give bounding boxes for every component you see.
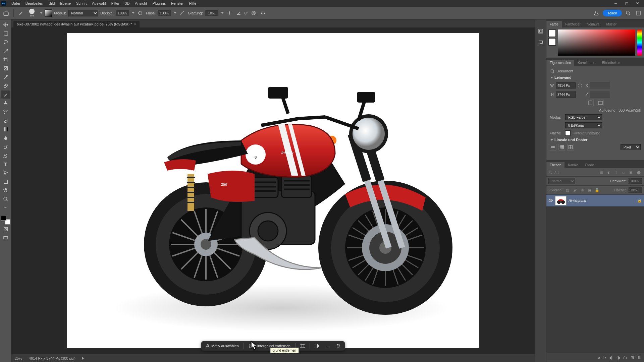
brush-tool[interactable]: [1, 90, 10, 99]
crop-tool[interactable]: [1, 56, 10, 64]
pressure-size-icon[interactable]: [250, 9, 257, 17]
menu-datei[interactable]: Datei: [9, 0, 23, 6]
lock-transparency-icon[interactable]: ▨: [565, 188, 570, 192]
pressure-opacity-icon[interactable]: [137, 9, 144, 17]
height-input[interactable]: [556, 92, 576, 98]
layer-blend-select[interactable]: Normal: [548, 178, 575, 184]
quick-mask-icon[interactable]: [1, 225, 10, 233]
filter-smart-icon[interactable]: ▣: [628, 170, 634, 175]
tab-properties[interactable]: Eigenschaften: [546, 60, 574, 66]
filter-type-icon[interactable]: T: [613, 170, 619, 175]
background-swatch[interactable]: [548, 38, 556, 46]
path-tool[interactable]: [1, 169, 10, 177]
lock-icon[interactable]: 🔒: [637, 198, 642, 203]
foreground-swatch[interactable]: [548, 29, 556, 37]
lock-pixels-icon[interactable]: 🖌: [573, 188, 577, 192]
beaker-icon[interactable]: [593, 9, 600, 17]
document-tab[interactable]: bike-3073082 nattapol deejitwasin auf Pi…: [13, 21, 140, 27]
flow-input[interactable]: [158, 10, 171, 16]
zoom-level[interactable]: 25%: [15, 356, 22, 360]
adjustment-icon[interactable]: [313, 343, 321, 349]
tab-layers[interactable]: Ebenen: [546, 162, 565, 168]
adjustment-layer-icon[interactable]: ◑: [616, 355, 620, 360]
frame-tool[interactable]: [1, 64, 10, 72]
layer-filter-input[interactable]: [554, 171, 597, 174]
rulers-section[interactable]: Lineale und Raster: [550, 138, 641, 142]
search-icon[interactable]: [625, 9, 632, 17]
tab-color[interactable]: Farbe: [546, 21, 562, 27]
ruler-icon[interactable]: [550, 144, 556, 150]
color-mode-select[interactable]: RGB-Farbe: [565, 114, 602, 120]
fx-icon[interactable]: fx: [603, 355, 606, 360]
home-icon[interactable]: [2, 9, 10, 17]
history-brush-tool[interactable]: [1, 108, 10, 116]
tab-channels[interactable]: Kanäle: [565, 162, 582, 168]
canvas-container[interactable]: 8 infinity 250: [11, 27, 535, 354]
layer-opacity-input[interactable]: [629, 178, 642, 184]
eyedropper-tool[interactable]: [1, 73, 10, 81]
x-input[interactable]: [590, 82, 610, 88]
filter-pixel-icon[interactable]: ▦: [599, 170, 604, 175]
menu-bild[interactable]: Bild: [46, 0, 57, 6]
bit-depth-select[interactable]: 8 Bit/Kanal: [565, 122, 602, 128]
dodge-tool[interactable]: [1, 143, 10, 151]
workspace-icon[interactable]: [635, 9, 642, 17]
type-tool[interactable]: [1, 160, 10, 168]
close-icon[interactable]: ×: [134, 22, 136, 26]
layer-fill-input[interactable]: [629, 187, 642, 193]
chevron-down-icon[interactable]: [132, 12, 135, 14]
lock-position-icon[interactable]: ✥: [580, 188, 585, 192]
share-button[interactable]: Teilen: [603, 10, 622, 16]
move-tool[interactable]: [1, 21, 10, 29]
lasso-tool[interactable]: [1, 38, 10, 46]
eraser-tool[interactable]: [1, 117, 10, 125]
guides-icon[interactable]: [567, 144, 574, 150]
foreground-color[interactable]: [1, 215, 6, 221]
wand-tool[interactable]: [1, 47, 10, 55]
marquee-tool[interactable]: [1, 29, 10, 38]
select-subject-button[interactable]: Motiv auswählen: [203, 343, 241, 349]
link-layers-icon[interactable]: ⌀: [598, 355, 600, 360]
brush-tool-icon[interactable]: [17, 9, 24, 17]
panel-icon[interactable]: [537, 27, 544, 35]
maximize-button[interactable]: ▢: [621, 0, 632, 7]
tab-swatches[interactable]: Farbfelder: [562, 21, 584, 27]
color-swatches[interactable]: [1, 215, 10, 225]
landscape-icon[interactable]: [597, 100, 604, 106]
canvas-section[interactable]: Leinwand: [550, 75, 641, 79]
chevron-right-icon[interactable]: [82, 357, 84, 360]
comments-icon[interactable]: [537, 39, 544, 46]
trash-icon[interactable]: 🗑: [637, 355, 641, 360]
opacity-input[interactable]: [116, 10, 129, 16]
blend-mode-select[interactable]: Normal: [68, 10, 98, 16]
link-icon[interactable]: [578, 81, 582, 89]
grid-icon[interactable]: [558, 144, 565, 150]
properties-icon[interactable]: [334, 343, 343, 349]
tab-patterns[interactable]: Muster: [603, 21, 620, 27]
menu-hilfe[interactable]: Hilfe: [186, 0, 199, 6]
lock-all-icon[interactable]: 🔒: [595, 188, 599, 192]
brush-panel-toggle[interactable]: [45, 9, 52, 17]
filter-adjust-icon[interactable]: ◐: [606, 170, 612, 175]
search-icon[interactable]: [548, 170, 552, 174]
chevron-down-icon[interactable]: [40, 12, 43, 14]
blur-tool[interactable]: [1, 134, 10, 142]
y-input[interactable]: [590, 92, 610, 98]
airbrush-icon[interactable]: [178, 9, 186, 17]
angle-icon[interactable]: [235, 9, 243, 17]
chevron-down-icon[interactable]: [221, 12, 224, 14]
close-button[interactable]: ✕: [632, 0, 643, 7]
filter-toggle-icon[interactable]: ⬤: [635, 170, 642, 175]
layer-thumbnail[interactable]: [555, 196, 567, 205]
new-layer-icon[interactable]: ⊞: [631, 355, 634, 360]
menu-plug-ins[interactable]: Plug-ins: [150, 0, 168, 6]
brush-preset[interactable]: 188: [26, 8, 37, 18]
menu-auswahl[interactable]: Auswahl: [89, 0, 109, 6]
symmetry-icon[interactable]: [259, 9, 267, 17]
pen-tool[interactable]: [1, 152, 10, 160]
shape-tool[interactable]: [1, 178, 10, 186]
menu-ebene[interactable]: Ebene: [57, 0, 73, 6]
menu-fenster[interactable]: Fenster: [168, 0, 186, 6]
layer-name[interactable]: Hintergrund: [569, 199, 635, 202]
tab-gradients[interactable]: Verläufe: [584, 21, 603, 27]
